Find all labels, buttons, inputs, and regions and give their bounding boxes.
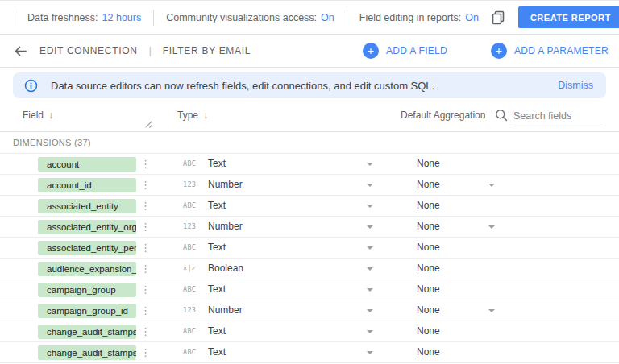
community-visualizations-value[interactable]: On <box>321 12 334 23</box>
field-type-label[interactable]: Text <box>208 342 226 362</box>
field-type-label[interactable]: Text <box>208 238 226 258</box>
create-report-button[interactable]: CREATE REPORT <box>518 6 619 28</box>
dismiss-button[interactable]: Dismiss <box>558 80 593 91</box>
field-overflow-menu-icon[interactable]: ⋮ <box>140 321 151 341</box>
field-type-label[interactable]: Text <box>208 321 226 341</box>
filter-by-email-link[interactable]: FILTER BY EMAIL <box>163 45 251 56</box>
type-dropdown-icon[interactable] <box>367 267 373 271</box>
type-sort-icon[interactable]: ↓ <box>203 109 209 121</box>
connection-toolbar: EDIT CONNECTION | FILTER BY EMAIL + ADD … <box>0 35 619 68</box>
add-parameter-button[interactable]: + ADD A PARAMETER <box>491 43 609 59</box>
type-dropdown-icon[interactable] <box>367 288 373 292</box>
field-name: account <box>47 159 79 169</box>
type-dropdown-icon[interactable] <box>367 330 373 333</box>
field-type-label[interactable]: Text <box>208 279 226 300</box>
field-type-icon: ABC <box>183 196 196 216</box>
field-type-icon: ABC <box>183 279 196 300</box>
field-type-icon: ABC <box>183 238 196 258</box>
field-name: associated_entity_person... <box>47 243 136 253</box>
field-overflow-menu-icon[interactable]: ⋮ <box>140 300 151 321</box>
aggregation-value: None <box>417 342 440 362</box>
field-overflow-menu-icon[interactable]: ⋮ <box>140 238 151 258</box>
field-overflow-menu-icon[interactable]: ⋮ <box>140 217 151 237</box>
field-name-chip[interactable]: change_audit_stamps.cre... <box>38 325 136 339</box>
field-rows: account ⋮ ABC Text None account_id ⋮ 123… <box>0 153 619 363</box>
aggregation-value: None <box>417 259 440 279</box>
field-name: account_id <box>47 180 92 190</box>
aggregation-value: None <box>417 238 440 258</box>
field-type-label[interactable]: Number <box>208 217 243 237</box>
aggregation-dropdown-icon[interactable] <box>488 225 495 229</box>
search-input[interactable] <box>513 105 603 126</box>
edit-connection-link[interactable]: EDIT CONNECTION <box>39 45 138 56</box>
field-name-chip[interactable]: account_id <box>38 178 136 192</box>
type-dropdown-icon[interactable] <box>367 351 373 354</box>
aggregation-dropdown-icon[interactable] <box>488 309 495 312</box>
banner-container: Data source editors can now refresh fiel… <box>0 68 619 98</box>
field-name-chip[interactable]: campaign_group_id <box>38 304 136 318</box>
field-name-chip[interactable]: associated_entity_person... <box>38 241 136 255</box>
table-row[interactable]: associated_entity ⋮ ABC Text None <box>0 196 619 217</box>
field-overflow-menu-icon[interactable]: ⋮ <box>140 196 151 216</box>
field-name-chip[interactable]: campaign_group <box>38 283 136 297</box>
field-editing-value[interactable]: On <box>465 12 479 23</box>
type-dropdown-icon[interactable] <box>367 184 373 187</box>
field-name-chip[interactable]: associated_entity <box>38 199 136 213</box>
data-freshness-status: Data freshness: 12 hours <box>27 12 141 23</box>
type-dropdown-icon[interactable] <box>367 246 373 250</box>
data-freshness-value[interactable]: 12 hours <box>102 12 142 23</box>
field-type-label[interactable]: Boolean <box>208 259 243 279</box>
table-row[interactable]: associated_entity_person... ⋮ ABC Text N… <box>0 238 619 259</box>
back-arrow-icon[interactable] <box>13 43 28 59</box>
field-overflow-menu-icon[interactable]: ⋮ <box>140 154 151 174</box>
table-row[interactable]: account_id ⋮ 123 Number None <box>0 175 619 196</box>
field-overflow-menu-icon[interactable]: ⋮ <box>140 259 151 279</box>
table-row[interactable]: change_audit_stamps.cre... ⋮ ABC Text No… <box>0 321 619 342</box>
field-name-chip[interactable]: associated_entity_organi... <box>38 220 136 234</box>
field-name-chip[interactable]: account <box>38 157 136 172</box>
field-sort-icon[interactable]: ↓ <box>48 109 54 121</box>
aggregation-value: None <box>417 175 440 195</box>
field-type-icon: ABC <box>183 342 196 362</box>
field-type-label[interactable]: Number <box>208 175 243 195</box>
field-name-chip[interactable]: change_audit_stamps.las... <box>38 345 136 360</box>
field-type-label[interactable]: Number <box>208 300 243 321</box>
type-column-header: Type <box>177 110 198 121</box>
add-field-button[interactable]: + ADD A FIELD <box>363 43 447 59</box>
divider <box>15 10 15 26</box>
field-type-label[interactable]: Text <box>208 196 226 216</box>
table-row[interactable]: campaign_group ⋮ ABC Text None <box>0 279 619 300</box>
field-editing-status: Field editing in reports: On <box>359 12 479 23</box>
copy-icon[interactable] <box>491 10 506 25</box>
banner-message: Data source editors can now refresh fiel… <box>51 80 434 92</box>
field-type-label[interactable]: Text <box>208 154 226 174</box>
field-name: campaign_group_id <box>47 306 128 316</box>
column-resize-handle[interactable] <box>143 118 153 129</box>
field-name: change_audit_stamps.cre... <box>47 327 136 337</box>
aggregation-sort-icon[interactable]: ↓ <box>481 109 487 121</box>
field-type-icon: 123 <box>183 175 196 195</box>
type-dropdown-icon[interactable] <box>367 225 373 229</box>
search-icon <box>495 109 508 122</box>
aggregation-value: None <box>417 300 440 321</box>
field-overflow-menu-icon[interactable]: ⋮ <box>140 279 151 300</box>
table-row[interactable]: account ⋮ ABC Text None <box>0 154 619 175</box>
field-overflow-menu-icon[interactable]: ⋮ <box>140 175 151 195</box>
field-type-icon: 123 <box>183 300 196 321</box>
table-row[interactable]: associated_entity_organi... ⋮ 123 Number… <box>0 217 619 238</box>
aggregation-value: None <box>417 321 440 341</box>
community-visualizations-status: Community visualizations access: On <box>166 12 334 23</box>
aggregation-dropdown-icon[interactable] <box>488 184 495 187</box>
table-row[interactable]: change_audit_stamps.las... ⋮ ABC Text No… <box>0 342 619 363</box>
type-dropdown-icon[interactable] <box>367 205 373 208</box>
type-dropdown-icon[interactable] <box>367 309 373 312</box>
type-dropdown-icon[interactable] <box>367 163 373 166</box>
aggregation-value: None <box>417 217 440 237</box>
field-name-chip[interactable]: audience_expansion_ena... <box>38 262 136 276</box>
top-toolbar: Data freshness: 12 hours Community visua… <box>0 0 619 35</box>
data-freshness-label: Data freshness: <box>27 12 98 23</box>
info-icon <box>24 79 38 93</box>
table-row[interactable]: campaign_group_id ⋮ 123 Number None <box>0 300 619 321</box>
table-row[interactable]: audience_expansion_ena... ⋮ ×|✓ Boolean … <box>0 259 619 279</box>
field-overflow-menu-icon[interactable]: ⋮ <box>140 342 151 362</box>
